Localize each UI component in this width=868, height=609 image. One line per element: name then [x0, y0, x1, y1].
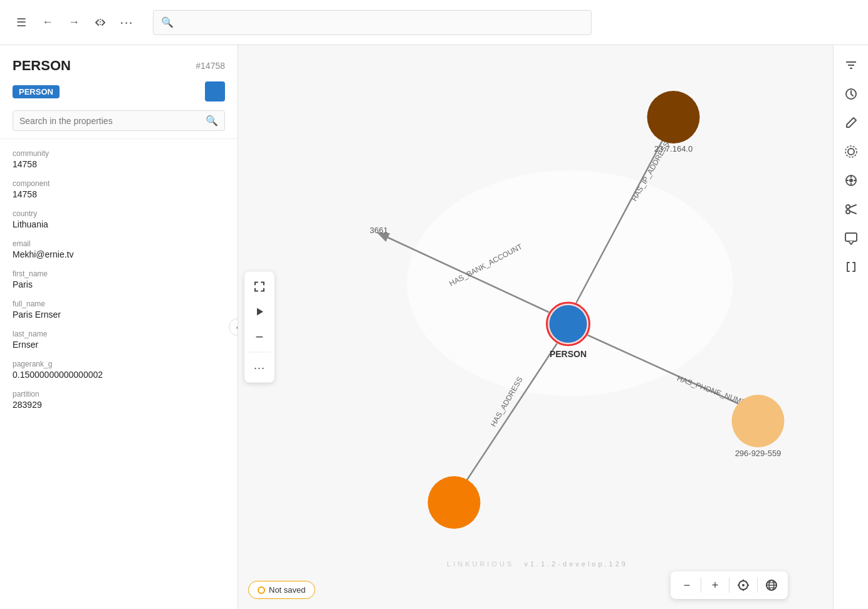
zoom-divider [701, 578, 701, 593]
left-panel: PERSON #14758 PERSON 🔍 community 14758 c… [0, 45, 238, 609]
not-saved-indicator [258, 586, 265, 594]
graph-area[interactable]: − ··· HAS_IP_ADDRESS HAS_PHONE_NUMBER HA [238, 45, 833, 609]
node-title: PERSON [13, 58, 71, 74]
history-button[interactable] [839, 81, 864, 107]
color-swatch[interactable] [205, 81, 225, 102]
property-item: partition 283929 [0, 385, 238, 415]
svg-point-20 [848, 148, 854, 155]
center-node-label: PERSON [550, 349, 587, 359]
prop-key: country [13, 209, 225, 218]
property-item: first_name Paris [0, 264, 238, 294]
back-button[interactable]: ← [36, 11, 59, 34]
embed-button[interactable] [89, 11, 112, 34]
node-id: #14758 [196, 61, 225, 71]
panel-header: PERSON #14758 PERSON 🔍 [0, 45, 238, 139]
node-phone[interactable]: 296-929-559 [732, 395, 785, 458]
not-saved-label: Not saved [269, 585, 306, 595]
ip-node-label: 23.7.164.0 [654, 144, 693, 154]
svg-point-6 [742, 584, 745, 586]
prop-key: community [13, 149, 225, 158]
zoom-out-button[interactable]: − [676, 574, 698, 596]
node-type-badge: PERSON [13, 85, 60, 98]
not-saved-button[interactable]: Not saved [248, 581, 315, 599]
target-icon [844, 174, 858, 187]
prop-value: Mekhi@ernie.tv [13, 249, 225, 259]
comment-icon [844, 231, 858, 245]
properties-list: community 14758 component 14758 country … [0, 139, 238, 609]
search-properties-input[interactable] [19, 116, 201, 126]
node-person-center[interactable]: PERSON [546, 301, 591, 359]
property-item: full_name Paris Ernser [0, 294, 238, 325]
bottom-bar: Not saved [248, 581, 315, 599]
locate-divider [729, 578, 729, 593]
fullscreen-button[interactable] [248, 276, 271, 298]
phone-node-circle[interactable] [732, 395, 785, 447]
search-bar: 🔍 [153, 10, 592, 35]
nodes-button[interactable] [839, 139, 864, 164]
top-toolbar: ☰ ← → ··· 🔍 [0, 0, 868, 45]
divider [248, 352, 271, 353]
filter-icon [844, 58, 858, 72]
play-button[interactable] [248, 301, 271, 323]
zoom-in-button[interactable]: + [704, 574, 726, 596]
svg-marker-0 [257, 308, 263, 316]
panel-tags: PERSON [13, 81, 225, 102]
more-button[interactable]: ··· [115, 11, 138, 34]
graph-controls: − ··· [244, 272, 275, 383]
prop-value: 14758 [13, 159, 225, 169]
svg-point-28 [846, 205, 850, 209]
graph-more-button[interactable]: ··· [248, 357, 271, 379]
svg-point-29 [846, 210, 850, 214]
play-icon [254, 307, 264, 317]
property-item: country Lithuania [0, 204, 238, 234]
edit-icon [845, 117, 857, 129]
target-button[interactable] [839, 168, 864, 193]
forward-button[interactable]: → [63, 11, 85, 34]
fullscreen-icon [253, 281, 266, 293]
svg-rect-32 [845, 233, 857, 241]
graph-canvas[interactable]: HAS_IP_ADDRESS HAS_PHONE_NUMBER HAS_ADDR… [238, 45, 833, 609]
panel-title-row: PERSON #14758 [13, 58, 225, 74]
zoom-out-graph-button[interactable]: − [248, 326, 271, 348]
prop-key: component [13, 179, 225, 188]
prop-value: 283929 [13, 400, 225, 410]
property-item: community 14758 [0, 144, 238, 174]
prop-key: first_name [13, 269, 225, 278]
comment-button[interactable] [839, 226, 864, 251]
center-node-circle[interactable] [550, 305, 587, 343]
phone-node-label: 296-929-559 [735, 449, 782, 458]
globe-icon [765, 579, 778, 591]
svg-point-23 [849, 179, 853, 182]
property-item: pagerank_g 0.15000000000000002 [0, 355, 238, 385]
prop-key: partition [13, 390, 225, 398]
node-bank[interactable]: 3661 [370, 226, 388, 235]
prop-value: 14758 [13, 189, 225, 199]
toolbar-left: ☰ ← → ··· [10, 11, 138, 34]
prop-value: Lithuania [13, 219, 225, 229]
main-area: PERSON #14758 PERSON 🔍 community 14758 c… [0, 45, 868, 609]
node-address[interactable] [428, 476, 481, 529]
right-sidebar [833, 45, 868, 609]
prop-value: Paris Ernser [13, 310, 225, 320]
scissors-button[interactable] [839, 197, 864, 222]
bracket-button[interactable] [839, 254, 864, 279]
locate-button[interactable] [732, 574, 755, 596]
edit-button[interactable] [839, 110, 864, 135]
svg-point-21 [845, 146, 857, 157]
property-item: email Mekhi@ernie.tv [0, 234, 238, 264]
ip-node-circle[interactable] [647, 91, 700, 143]
filter-button[interactable] [839, 53, 864, 78]
address-node-circle[interactable] [428, 476, 481, 529]
prop-value: Paris [13, 279, 225, 289]
menu-button[interactable]: ☰ [10, 11, 33, 34]
property-item: component 14758 [0, 174, 238, 204]
node-ip-address[interactable]: 23.7.164.0 [647, 91, 700, 154]
search-input[interactable] [179, 18, 583, 28]
history-icon [844, 87, 858, 101]
svg-line-30 [850, 205, 856, 207]
prop-value: Ernser [13, 340, 225, 350]
property-item: last_name Ernser [0, 325, 238, 355]
search-icon: 🔍 [161, 16, 174, 28]
scissors-icon [844, 202, 858, 216]
globe-button[interactable] [760, 574, 783, 596]
